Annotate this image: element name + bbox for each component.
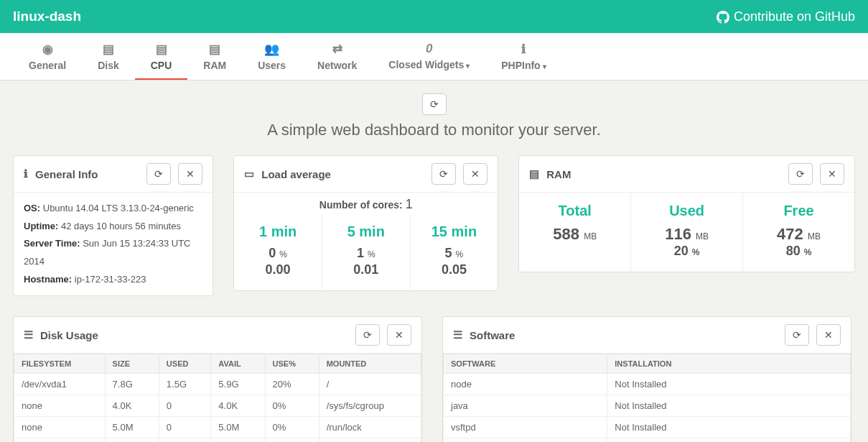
table-row: none295M0295M0%/run/shm — [14, 438, 421, 442]
ram-icon: ▤ — [203, 42, 226, 57]
tab-users[interactable]: 👥Users — [242, 33, 302, 80]
ram-free: Free 472 MB 80 % — [743, 193, 854, 272]
nav-tabs: ◉General ▤Disk ▤CPU ▤RAM 👥Users ⇄Network… — [0, 33, 868, 80]
tab-cpu[interactable]: ▤CPU — [135, 33, 188, 80]
table-row: nodeNot Installed — [444, 374, 851, 395]
col-header: SIZE — [105, 354, 159, 374]
tab-closed-widgets[interactable]: 0Closed Widgets▾ — [373, 33, 485, 80]
close-button[interactable]: ✕ — [816, 324, 841, 346]
table-row: nginx/usr/sbin/nginx — [444, 438, 851, 442]
col-header: INSTALLATION — [607, 354, 851, 374]
topbar: linux-dash Contribute on GitHub — [0, 0, 868, 33]
refresh-icon: ⟳ — [154, 168, 163, 180]
widgets-icon: 0 — [388, 42, 470, 56]
tab-disk[interactable]: ▤Disk — [82, 33, 135, 80]
refresh-button[interactable]: ⟳ — [146, 163, 171, 185]
brand: linux-dash — [13, 9, 81, 24]
cpu-icon: ▤ — [151, 42, 172, 57]
network-icon: ⇄ — [317, 42, 357, 57]
close-button[interactable]: ✕ — [463, 163, 487, 185]
close-icon: ✕ — [824, 329, 833, 341]
refresh-icon: ⟳ — [430, 98, 439, 110]
card-disk-usage: ☰Disk Usage ⟳ ✕ FILESYSTEMSIZEUSEDAVAILU… — [13, 316, 422, 442]
refresh-button[interactable]: ⟳ — [785, 324, 809, 346]
close-icon: ✕ — [471, 168, 480, 180]
info-icon: ℹ — [24, 167, 28, 180]
load-col-1min: 1 min 0 % 0.00 — [234, 215, 322, 290]
refresh-button[interactable]: ⟳ — [788, 163, 813, 185]
card-load-average: ▭Load average ⟳ ✕ Number of cores: 1 1 m… — [233, 155, 498, 291]
users-icon: 👥 — [258, 42, 286, 57]
chevron-down-icon: ▾ — [466, 62, 470, 70]
close-button[interactable]: ✕ — [820, 163, 844, 185]
close-button[interactable]: ✕ — [387, 324, 411, 346]
load-col-5min: 5 min 1 % 0.01 — [322, 215, 411, 290]
col-header: MOUNTED — [319, 354, 421, 374]
table-row: none5.0M05.0M0%/run/lock — [14, 417, 421, 438]
dashboard-icon: ◉ — [29, 42, 66, 57]
disk-icon: ▤ — [98, 42, 119, 57]
refresh-icon: ⟳ — [796, 168, 805, 180]
github-icon — [717, 9, 729, 24]
ram-icon: ▤ — [529, 167, 539, 180]
close-button[interactable]: ✕ — [178, 163, 202, 185]
github-link[interactable]: Contribute on GitHub — [717, 9, 855, 24]
tab-network[interactable]: ⇄Network — [302, 33, 373, 80]
refresh-icon: ⟳ — [439, 168, 448, 180]
close-icon: ✕ — [186, 168, 195, 180]
ram-used: Used 116 MB 20 % — [631, 193, 743, 272]
ram-total: Total 588 MB — [519, 193, 631, 272]
close-icon: ✕ — [395, 329, 403, 341]
list-icon: ☰ — [24, 328, 33, 341]
card-ram: ▤RAM ⟳ ✕ Total 588 MB Used 116 MB 20 % F… — [518, 155, 855, 272]
refresh-button[interactable]: ⟳ — [431, 163, 456, 185]
close-icon: ✕ — [828, 168, 836, 180]
disk-table: FILESYSTEMSIZEUSEDAVAILUSE%MOUNTED /dev/… — [14, 354, 421, 442]
laptop-icon: ▭ — [244, 167, 254, 180]
tab-ram[interactable]: ▤RAM — [187, 33, 242, 80]
table-row: none4.0K04.0K0%/sys/fs/cgroup — [14, 395, 421, 417]
tab-general[interactable]: ◉General — [13, 33, 82, 80]
global-refresh-button[interactable]: ⟳ — [422, 93, 447, 115]
software-table: SOFTWAREINSTALLATION nodeNot Installedja… — [443, 354, 851, 442]
col-header: SOFTWARE — [444, 354, 607, 374]
table-row: vsftpdNot Installed — [444, 417, 851, 438]
refresh-button[interactable]: ⟳ — [355, 324, 380, 346]
col-header: FILESYSTEM — [14, 354, 106, 374]
info-icon: ℹ — [501, 42, 546, 57]
col-header: AVAIL — [211, 354, 265, 374]
table-row: /dev/xvda17.8G1.5G5.9G20%/ — [14, 374, 421, 395]
table-row: javaNot Installed — [444, 395, 851, 417]
list-icon: ☰ — [453, 328, 462, 341]
load-col-15min: 15 min 5 % 0.05 — [411, 215, 498, 290]
col-header: USED — [159, 354, 210, 374]
col-header: USE% — [265, 354, 319, 374]
tab-phpinfo[interactable]: ℹPHPInfo▾ — [485, 33, 561, 80]
refresh-icon: ⟳ — [363, 329, 372, 341]
card-software: ☰Software ⟳ ✕ SOFTWAREINSTALLATION nodeN… — [442, 316, 851, 442]
tagline: A simple web dashboard to monitor your s… — [13, 121, 855, 139]
chevron-down-icon: ▾ — [543, 63, 546, 70]
refresh-icon: ⟳ — [793, 329, 801, 341]
card-general-info: ℹGeneral Info ⟳ ✕ OS: Ubuntu 14.04 LTS 3… — [13, 155, 213, 296]
